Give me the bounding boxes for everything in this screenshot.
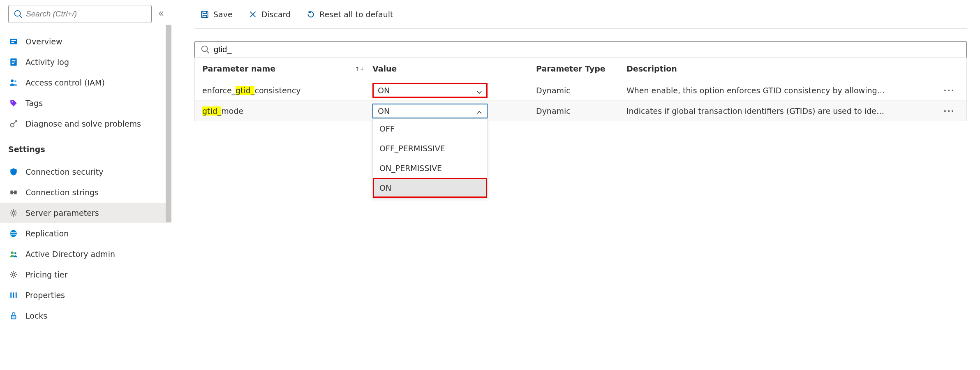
reset-icon xyxy=(306,10,315,19)
sidebar-search[interactable] xyxy=(8,5,152,23)
chevron-down-icon xyxy=(476,88,482,93)
svg-rect-6 xyxy=(12,60,16,61)
sidebar: OverviewActivity logAccess control (IAM)… xyxy=(0,0,171,370)
sidebar-nav: OverviewActivity logAccess control (IAM)… xyxy=(0,31,171,326)
value-dropdown[interactable]: OFFOFF_PERMISSIVEON_PERMISSIVEON xyxy=(372,118,488,198)
diagnose-icon xyxy=(9,119,18,128)
conn-str-icon xyxy=(9,188,18,197)
replication-icon xyxy=(9,229,18,238)
svg-rect-8 xyxy=(12,63,14,64)
ad-admin-icon xyxy=(9,250,18,259)
discard-icon xyxy=(248,10,257,19)
sidebar-item-server-params[interactable]: Server parameters xyxy=(0,203,171,223)
reset-label: Reset all to default xyxy=(319,10,393,19)
chevron-up-icon xyxy=(476,108,482,114)
sidebar-item-label: Connection security xyxy=(25,167,103,176)
col-header-value[interactable]: Value xyxy=(368,64,536,73)
svg-rect-23 xyxy=(13,292,14,298)
svg-rect-27 xyxy=(203,15,207,18)
svg-rect-25 xyxy=(12,315,16,319)
param-name-cell: enforce_gtid_consistency xyxy=(195,86,368,95)
svg-rect-7 xyxy=(12,62,16,62)
row-more-button[interactable]: ··· xyxy=(943,106,955,116)
sidebar-item-replication[interactable]: Replication xyxy=(0,223,171,244)
sidebar-item-label: Replication xyxy=(25,229,69,238)
svg-point-21 xyxy=(12,273,15,276)
sidebar-item-activity-log[interactable]: Activity log xyxy=(0,52,171,72)
svg-point-12 xyxy=(10,123,14,127)
discard-label: Discard xyxy=(261,10,291,19)
properties-icon xyxy=(9,291,18,300)
parameters-grid: Parameter name Value Parameter Type Desc… xyxy=(194,58,967,121)
sidebar-item-overview[interactable]: Overview xyxy=(0,31,171,52)
save-icon xyxy=(200,10,209,19)
sidebar-item-label: Locks xyxy=(25,311,47,320)
svg-rect-4 xyxy=(12,42,14,43)
sort-icon[interactable] xyxy=(355,66,364,71)
filter-box[interactable] xyxy=(194,41,967,58)
param-type-cell: Dynamic xyxy=(536,106,626,116)
dropdown-option[interactable]: ON xyxy=(373,178,487,198)
server-params-icon xyxy=(9,208,18,217)
save-label: Save xyxy=(213,10,233,19)
svg-point-19 xyxy=(11,251,14,254)
svg-point-10 xyxy=(14,80,16,82)
svg-line-31 xyxy=(207,51,209,53)
collapse-sidebar-icon[interactable] xyxy=(156,9,166,18)
svg-rect-2 xyxy=(10,39,17,44)
sidebar-item-conn-sec[interactable]: Connection security xyxy=(0,162,171,182)
sidebar-item-tags[interactable]: Tags xyxy=(0,93,171,113)
overview-icon xyxy=(9,37,18,46)
sidebar-scrollbar[interactable] xyxy=(166,25,171,222)
dropdown-option[interactable]: OFF xyxy=(373,119,487,139)
svg-rect-26 xyxy=(203,11,207,14)
row-more-button[interactable]: ··· xyxy=(943,86,955,95)
save-button[interactable]: Save xyxy=(194,5,238,23)
filter-input[interactable] xyxy=(214,45,961,54)
sidebar-item-iam[interactable]: Access control (IAM) xyxy=(0,72,171,93)
param-desc-cell: When enable, this option enforces GTID c… xyxy=(626,86,940,95)
sidebar-item-label: Connection strings xyxy=(25,188,99,197)
param-desc-cell: Indicates if global transaction identifi… xyxy=(626,106,940,116)
sidebar-item-properties[interactable]: Properties xyxy=(0,285,171,305)
reset-button[interactable]: Reset all to default xyxy=(300,5,399,23)
sidebar-item-diagnose[interactable]: Diagnose and solve problems xyxy=(0,113,171,134)
pricing-icon xyxy=(9,270,18,279)
sidebar-item-locks[interactable]: Locks xyxy=(0,305,171,326)
search-icon xyxy=(14,9,23,18)
sidebar-item-label: Pricing tier xyxy=(25,270,67,279)
svg-point-9 xyxy=(11,79,14,82)
dropdown-option[interactable]: OFF_PERMISSIVE xyxy=(373,139,487,158)
iam-icon xyxy=(9,78,18,87)
toolbar: Save Discard Reset all to default xyxy=(194,0,967,29)
sidebar-item-label: Tags xyxy=(25,99,43,108)
value-select[interactable]: ON xyxy=(372,104,488,118)
svg-rect-3 xyxy=(12,40,16,41)
sidebar-item-ad-admin[interactable]: Active Directory admin xyxy=(0,244,171,264)
search-icon xyxy=(201,45,210,54)
dropdown-option[interactable]: ON_PERMISSIVE xyxy=(373,158,487,178)
svg-point-11 xyxy=(12,101,13,102)
col-header-type[interactable]: Parameter Type xyxy=(536,64,626,73)
discard-button[interactable]: Discard xyxy=(243,5,296,23)
sidebar-item-label: Properties xyxy=(25,291,65,300)
sidebar-item-label: Activity log xyxy=(25,58,69,67)
svg-rect-22 xyxy=(10,292,12,298)
svg-point-30 xyxy=(202,46,208,52)
svg-point-0 xyxy=(15,11,21,16)
col-header-desc[interactable]: Description xyxy=(626,64,940,73)
locks-icon xyxy=(9,311,18,320)
activity-log-icon xyxy=(9,58,18,67)
value-select[interactable]: ON xyxy=(372,83,488,98)
sidebar-item-label: Overview xyxy=(25,37,62,46)
sidebar-item-pricing[interactable]: Pricing tier xyxy=(0,264,171,285)
sidebar-item-label: Server parameters xyxy=(25,208,99,217)
svg-point-16 xyxy=(12,212,15,215)
sidebar-search-input[interactable] xyxy=(26,9,146,18)
col-header-name[interactable]: Parameter name xyxy=(195,64,368,73)
section-header: Settings xyxy=(0,134,171,156)
param-type-cell: Dynamic xyxy=(536,86,626,95)
sidebar-item-conn-str[interactable]: Connection strings xyxy=(0,182,171,203)
sidebar-item-label: Access control (IAM) xyxy=(25,78,105,87)
sidebar-item-label: Active Directory admin xyxy=(25,250,115,259)
